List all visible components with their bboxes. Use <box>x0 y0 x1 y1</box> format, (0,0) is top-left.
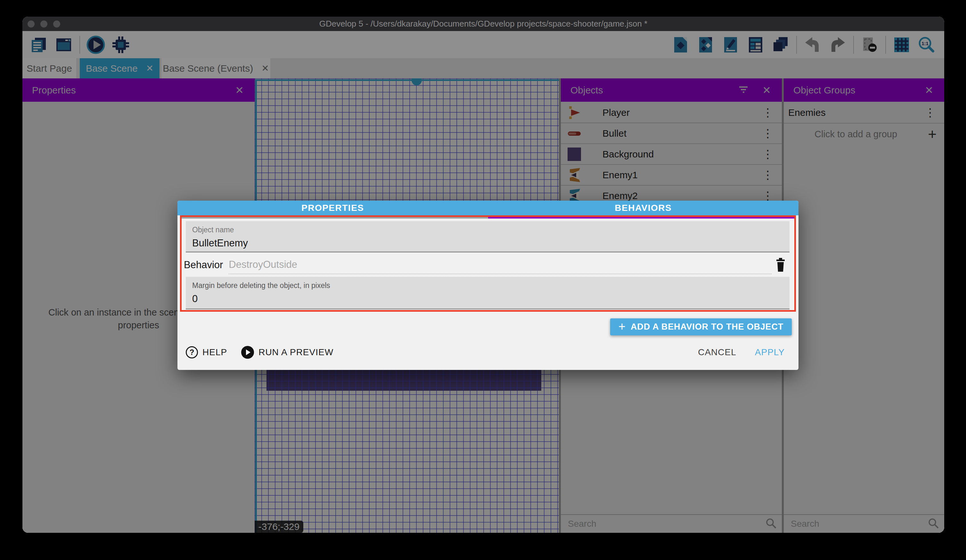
help-icon: ? <box>186 346 198 359</box>
play-icon <box>241 346 254 359</box>
object-name-field[interactable]: Object name BulletEnemy <box>186 221 790 252</box>
behavior-name-value: DestroyOutside <box>229 259 297 270</box>
margin-label: Margin before deleting the object, in pi… <box>192 281 783 290</box>
behavior-name-field[interactable]: DestroyOutside <box>229 256 772 274</box>
active-tab-indicator <box>182 217 794 219</box>
tab-behaviors[interactable]: BEHAVIORS <box>488 201 799 215</box>
margin-value[interactable]: 0 <box>192 293 783 305</box>
run-preview-label: RUN A PREVIEW <box>258 347 334 357</box>
apply-button[interactable]: APPLY <box>755 347 785 357</box>
margin-field[interactable]: Margin before deleting the object, in pi… <box>186 277 790 309</box>
add-behavior-button-label: ADD A BEHAVIOR TO THE OBJECT <box>631 322 784 332</box>
object-editor-dialog: PROPERTIES BEHAVIORS Object name BulletE… <box>177 201 798 370</box>
dialog-tabbar: PROPERTIES BEHAVIORS <box>177 201 798 215</box>
tab-properties[interactable]: PROPERTIES <box>177 201 488 215</box>
help-button[interactable]: ? HELP <box>186 346 227 359</box>
run-preview-button[interactable]: RUN A PREVIEW <box>241 346 334 359</box>
object-name-value[interactable]: BulletEnemy <box>192 237 783 249</box>
desktop-background: GDevelop 5 - /Users/dkarakay/Documents/G… <box>0 0 966 560</box>
behavior-row: Behavior DestroyOutside <box>184 256 790 274</box>
plus-icon: + <box>618 320 626 332</box>
object-name-label: Object name <box>192 226 783 234</box>
add-behavior-button[interactable]: + ADD A BEHAVIOR TO THE OBJECT <box>610 318 792 336</box>
delete-behavior-button[interactable] <box>772 256 790 274</box>
dialog-actions: ? HELP RUN A PREVIEW CANCEL APPLY <box>186 343 785 361</box>
dialog-actions-right: CANCEL APPLY <box>698 347 785 357</box>
trash-icon <box>773 257 788 273</box>
cancel-button[interactable]: CANCEL <box>698 347 736 357</box>
behavior-label: Behavior <box>184 259 223 271</box>
help-label: HELP <box>202 347 227 357</box>
dialog-actions-left: ? HELP RUN A PREVIEW <box>186 346 334 359</box>
